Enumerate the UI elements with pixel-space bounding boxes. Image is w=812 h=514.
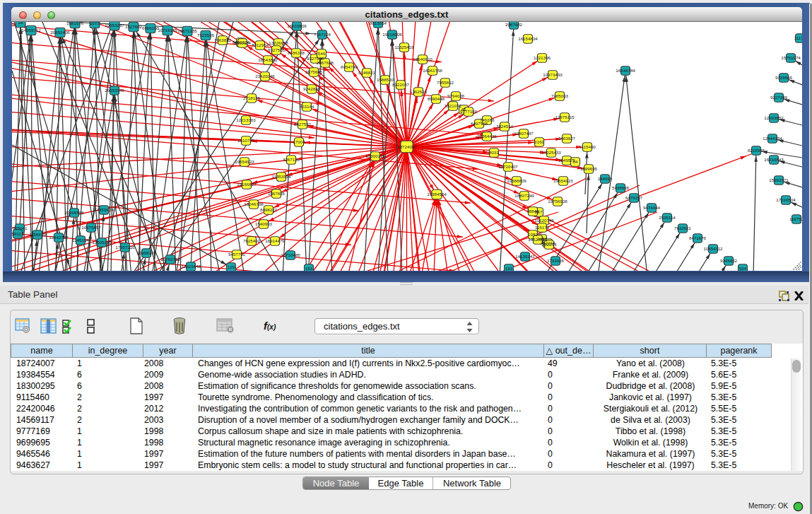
svg-text:2087682: 2087682: [505, 22, 523, 27]
svg-text:1733426: 1733426: [547, 258, 565, 263]
svg-text:19654923: 19654923: [235, 159, 254, 164]
svg-text:2867608: 2867608: [317, 60, 334, 65]
svg-text:8322037: 8322037: [392, 82, 410, 87]
svg-text:16046788: 16046788: [244, 201, 264, 206]
svg-text:2160: 2160: [534, 139, 544, 144]
svg-text:9242848: 9242848: [303, 86, 321, 91]
svg-text:12505135: 12505135: [92, 240, 112, 245]
svg-text:1362615: 1362615: [410, 89, 428, 94]
svg-text:1073: 1073: [90, 22, 100, 25]
svg-text:116753: 116753: [789, 216, 802, 221]
svg-text:746266: 746266: [480, 117, 495, 122]
svg-text:1588520: 1588520: [377, 77, 394, 82]
svg-text:9245652: 9245652: [720, 258, 738, 263]
svg-text:16671355: 16671355: [177, 28, 197, 33]
svg-text:115172: 115172: [535, 225, 550, 230]
svg-text:18724007: 18724007: [397, 144, 417, 149]
svg-text:7632621: 7632621: [674, 226, 692, 230]
svg-text:18: 18: [18, 22, 23, 25]
svg-text:17359924: 17359924: [94, 207, 114, 212]
svg-text:8990448: 8990448: [428, 96, 445, 101]
svg-text:12975115: 12975115: [555, 115, 575, 119]
svg-text:13226058: 13226058: [269, 40, 288, 45]
svg-text:9463627: 9463627: [558, 136, 576, 141]
svg-text:153: 153: [305, 266, 313, 271]
svg-text:129: 129: [228, 264, 235, 269]
svg-text:13524851: 13524851: [528, 237, 548, 242]
svg-text:15300215: 15300215: [365, 153, 385, 158]
svg-text:11172: 11172: [794, 35, 802, 40]
svg-text:17016504: 17016504: [776, 197, 796, 202]
svg-text:15720407: 15720407: [498, 164, 518, 169]
svg-text:252254: 252254: [542, 242, 557, 247]
svg-text:15751074: 15751074: [781, 55, 801, 60]
svg-text:9146821: 9146821: [358, 70, 376, 75]
svg-text:8215955: 8215955: [748, 148, 765, 153]
svg-text:10654112: 10654112: [703, 246, 723, 251]
svg-text:14055712: 14055712: [21, 28, 41, 33]
svg-text:12093852: 12093852: [764, 115, 784, 120]
svg-text:12923448: 12923448: [181, 264, 201, 269]
svg-text:64: 64: [573, 159, 578, 164]
svg-text:7625402: 7625402: [243, 238, 261, 243]
svg-text:8498222: 8498222: [260, 207, 278, 212]
svg-text:1952: 1952: [528, 232, 538, 237]
svg-text:8031: 8031: [489, 150, 499, 155]
svg-text:924: 924: [739, 266, 747, 271]
svg-text:1221396: 1221396: [534, 55, 551, 60]
svg-text:3824514: 3824514: [496, 124, 514, 129]
svg-text:9794028: 9794028: [447, 93, 465, 98]
svg-text:1540993: 1540993: [255, 221, 273, 226]
svg-text:12342757: 12342757: [49, 235, 69, 240]
svg-text:9899695: 9899695: [580, 166, 598, 171]
svg-text:144095: 144095: [598, 176, 613, 181]
svg-text:1610755: 1610755: [237, 138, 255, 143]
svg-text:8427552: 8427552: [294, 122, 312, 127]
svg-text:1867835: 1867835: [268, 191, 286, 196]
svg-text:19384554: 19384554: [427, 192, 447, 197]
svg-text:98840: 98840: [526, 209, 539, 214]
svg-text:10719155: 10719155: [158, 28, 177, 33]
svg-text:9227349: 9227349: [770, 95, 788, 100]
svg-text:9327505: 9327505: [268, 47, 286, 52]
svg-text:10973493: 10973493: [543, 72, 563, 77]
svg-text:39113: 39113: [12, 231, 24, 236]
svg-text:2718176: 2718176: [243, 95, 261, 100]
svg-text:1621072: 1621072: [445, 103, 462, 108]
svg-text:9457791: 9457791: [228, 252, 246, 257]
svg-text:7485063: 7485063: [551, 93, 569, 98]
svg-text:16033809: 16033809: [287, 23, 307, 28]
svg-text:16914479: 16914479: [265, 238, 285, 243]
svg-text:19654923: 19654923: [553, 178, 573, 183]
svg-text:12213363: 12213363: [236, 117, 256, 122]
svg-text:16543862: 16543862: [258, 57, 278, 62]
svg-text:2935114: 2935114: [659, 215, 676, 220]
svg-text:6966160: 6966160: [142, 25, 160, 30]
svg-text:19218506: 19218506: [382, 32, 402, 37]
svg-text:10807487: 10807487: [514, 131, 534, 136]
svg-text:7663822: 7663822: [214, 37, 232, 42]
svg-text:1156819: 1156819: [29, 232, 46, 237]
svg-text:19166827: 19166827: [237, 182, 257, 187]
svg-text:11325419: 11325419: [394, 45, 414, 49]
svg-text:10958107: 10958107: [136, 250, 156, 255]
svg-text:8813054: 8813054: [370, 22, 387, 25]
svg-text:3675685: 3675685: [305, 69, 323, 74]
svg-text:23420046: 23420046: [255, 74, 275, 78]
svg-text:12444154: 12444154: [763, 136, 782, 141]
svg-text:11353594: 11353594: [271, 174, 291, 179]
svg-text:1681576: 1681576: [66, 22, 84, 25]
svg-text:3267130: 3267130: [283, 157, 300, 162]
svg-text:18807249: 18807249: [514, 193, 534, 198]
svg-text:10975857: 10975857: [81, 225, 101, 230]
svg-text:16648784: 16648784: [616, 68, 635, 73]
svg-text:20206566: 20206566: [64, 210, 84, 215]
svg-text:9777169: 9777169: [460, 109, 478, 114]
svg-text:14136141: 14136141: [515, 254, 535, 259]
svg-text:16154834: 16154834: [518, 36, 538, 41]
svg-text:10688609: 10688609: [507, 178, 526, 183]
svg-text:8860124: 8860124: [234, 40, 252, 45]
svg-text:20364436: 20364436: [477, 134, 497, 139]
svg-text:9474444: 9474444: [643, 205, 661, 210]
svg-text:10120746: 10120746: [534, 218, 554, 223]
